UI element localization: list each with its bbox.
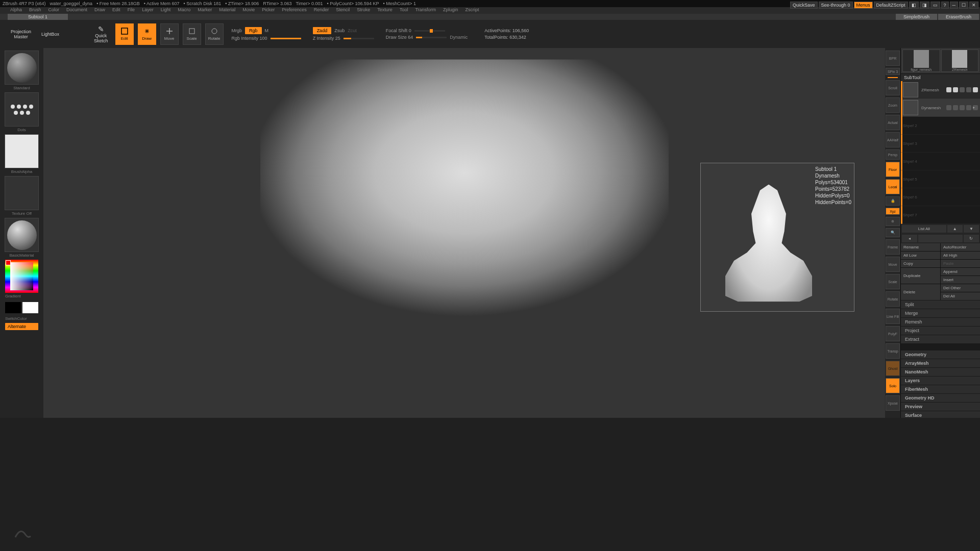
- menu-item[interactable]: Render: [314, 7, 329, 14]
- paste-button[interactable]: Paste: [941, 260, 980, 267]
- white-swatch[interactable]: [22, 302, 38, 313]
- lock-icon[interactable]: 🔒: [886, 196, 900, 206]
- draw-size-slider[interactable]: Draw Size 64: [386, 35, 413, 40]
- transp-button[interactable]: Transp: [886, 343, 900, 359]
- linefill-button[interactable]: Line Fill: [886, 309, 900, 324]
- list-all-button[interactable]: List All: [902, 225, 946, 233]
- quicksketch-button[interactable]: ✎Quick Sketch: [91, 24, 111, 44]
- frame-button[interactable]: Frame: [886, 239, 900, 255]
- color-picker[interactable]: [5, 260, 38, 293]
- menu-item[interactable]: Light: [161, 7, 171, 14]
- tool-preview[interactable]: ZRemesh: [941, 49, 979, 72]
- mrgb-button[interactable]: Mrgb: [232, 28, 242, 33]
- menu-item[interactable]: Color: [48, 7, 60, 14]
- remesh-section[interactable]: Remesh: [901, 317, 980, 326]
- xpose-button[interactable]: Xpose: [886, 395, 900, 411]
- rotate-button[interactable]: Rotate: [886, 291, 900, 307]
- subtool-row[interactable]: Shpef 5: [901, 170, 980, 188]
- append-button[interactable]: Append: [941, 268, 980, 276]
- menu-item[interactable]: Alpha: [10, 7, 22, 14]
- alpha-selector[interactable]: [5, 134, 39, 168]
- delall-button[interactable]: Del All: [941, 292, 980, 300]
- subtool-row[interactable]: Shpef 4: [901, 153, 980, 170]
- move-button[interactable]: Move: [886, 257, 900, 272]
- polyf-button[interactable]: PolyF: [886, 326, 900, 341]
- menu-item[interactable]: Stencil: [336, 7, 350, 14]
- stroke-selector[interactable]: [5, 92, 39, 127]
- geometryhd-section[interactable]: Geometry HD: [901, 393, 980, 402]
- menu-item[interactable]: Preferences: [282, 7, 307, 14]
- alllow-button[interactable]: All Low: [901, 252, 940, 259]
- subtool-row[interactable]: ZRemesh: [901, 81, 980, 99]
- layers-section[interactable]: Layers: [901, 376, 980, 385]
- minimize-icon[interactable]: ─: [950, 2, 958, 9]
- menu-item[interactable]: Zscript: [465, 7, 479, 14]
- xyz-button[interactable]: Xyz: [886, 208, 900, 215]
- copy-button[interactable]: Copy: [901, 260, 940, 267]
- arrow-icon[interactable]: ↻: [964, 235, 979, 242]
- floor-button[interactable]: Floor: [886, 162, 900, 177]
- menu-item[interactable]: Tool: [400, 7, 408, 14]
- ghost-button[interactable]: Ghost: [886, 361, 900, 376]
- menu-item[interactable]: Texture: [377, 7, 393, 14]
- menu-item[interactable]: Transform: [415, 7, 436, 14]
- aahalf-button[interactable]: AAHalf: [886, 132, 900, 147]
- menu-item[interactable]: Picker: [262, 7, 275, 14]
- brush-tab[interactable]: EraserBrush: [938, 14, 979, 20]
- rename-button[interactable]: Rename: [901, 243, 940, 251]
- actual-button[interactable]: Actual: [886, 115, 900, 130]
- document-tab[interactable]: Subtool 1: [8, 14, 68, 20]
- arrow-icon[interactable]: ◂: [902, 235, 917, 242]
- geometry-section[interactable]: Geometry: [901, 350, 980, 359]
- center-icon[interactable]: ⊕: [886, 217, 900, 226]
- autoreorder-button[interactable]: AutoReorder: [941, 243, 980, 251]
- rgb-button[interactable]: Rgb: [245, 27, 262, 34]
- arraymesh-section[interactable]: ArrayMesh: [901, 359, 980, 367]
- menu-item[interactable]: Movie: [242, 7, 255, 14]
- alternate-button[interactable]: Alternate: [5, 323, 38, 330]
- move-up-button[interactable]: ▲: [947, 225, 963, 233]
- split-section[interactable]: Split: [901, 300, 980, 309]
- nanomesh-section[interactable]: NanoMesh: [901, 367, 980, 376]
- zoom-icon[interactable]: 🔍: [886, 228, 900, 237]
- menu-item[interactable]: Material: [219, 7, 235, 14]
- persp-button[interactable]: Persp: [886, 149, 900, 160]
- rgb-intensity-slider[interactable]: Rgb Intensity 100: [232, 36, 267, 41]
- seethrough-slider[interactable]: See-through 0: [819, 2, 853, 9]
- brush-selector[interactable]: [5, 51, 39, 85]
- menu-item[interactable]: Edit: [112, 7, 120, 14]
- scale-button[interactable]: Scale: [886, 274, 900, 289]
- subtool-row[interactable]: Shpef 3: [901, 135, 980, 153]
- insert-button[interactable]: Insert: [941, 276, 980, 284]
- menu-item[interactable]: Document: [66, 7, 87, 14]
- maximize-icon[interactable]: ☐: [959, 2, 968, 9]
- focal-shift-slider[interactable]: Focal Shift 0: [386, 28, 411, 33]
- m-button[interactable]: M: [265, 28, 269, 33]
- move-down-button[interactable]: ▼: [964, 225, 979, 233]
- menu-item[interactable]: Zplugin: [443, 7, 458, 14]
- window-icon[interactable]: ◧: [909, 2, 919, 9]
- surface-section[interactable]: Surface: [901, 411, 980, 418]
- tool-preview[interactable]: figur_remesh: [902, 49, 940, 72]
- scroll-button[interactable]: Scroll: [886, 80, 900, 95]
- help-icon[interactable]: ?: [941, 2, 949, 9]
- duplicate-button[interactable]: Duplicate: [901, 268, 940, 284]
- rotate-button[interactable]: Rotate: [205, 23, 224, 45]
- brush-tab[interactable]: SimpleBrush: [896, 14, 937, 20]
- texture-selector[interactable]: [5, 176, 39, 210]
- menu-item[interactable]: File: [128, 7, 135, 14]
- window-icon[interactable]: ◨: [920, 2, 929, 9]
- z-intensity-slider[interactable]: Z Intensity 25: [313, 36, 340, 41]
- switchcolor-button[interactable]: SwitchColor: [5, 316, 38, 321]
- material-selector[interactable]: [5, 218, 39, 252]
- close-icon[interactable]: ✕: [969, 2, 978, 9]
- subtool-row[interactable]: Shpef 6: [901, 188, 980, 206]
- allhigh-button[interactable]: All High: [941, 252, 980, 259]
- script-button[interactable]: DefaultZScript: [874, 2, 908, 9]
- menu-item[interactable]: Brush: [29, 7, 41, 14]
- delother-button[interactable]: Del Other: [941, 284, 980, 292]
- draw-button[interactable]: Draw: [138, 23, 156, 45]
- menu-item[interactable]: Layer: [142, 7, 154, 14]
- menu-item[interactable]: Macro: [178, 7, 190, 14]
- preview-section[interactable]: Preview: [901, 402, 980, 411]
